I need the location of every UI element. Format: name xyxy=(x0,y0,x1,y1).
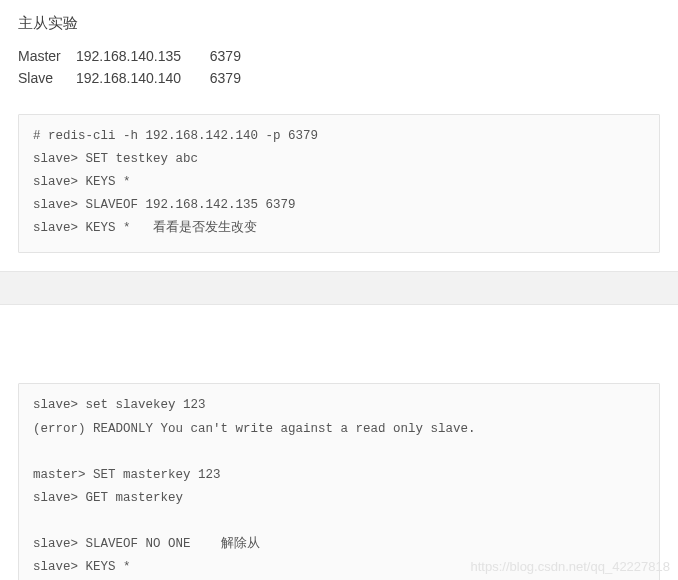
section-gap xyxy=(0,271,678,305)
slave-port: 6379 xyxy=(210,70,241,86)
code-block-1: # redis-cli -h 192.168.142.140 -p 6379 s… xyxy=(18,114,660,254)
master-ip: 192.168.140.135 xyxy=(76,45,206,67)
page-title: 主从实验 xyxy=(18,14,660,33)
code-block-2: slave> set slavekey 123 (error) READONLY… xyxy=(18,383,660,580)
master-label: Master xyxy=(18,45,72,67)
slave-label: Slave xyxy=(18,67,72,89)
master-port: 6379 xyxy=(210,48,241,64)
slave-line: Slave 192.168.140.140 6379 xyxy=(18,67,660,89)
master-line: Master 192.168.140.135 6379 xyxy=(18,45,660,67)
slave-ip: 192.168.140.140 xyxy=(76,67,206,89)
